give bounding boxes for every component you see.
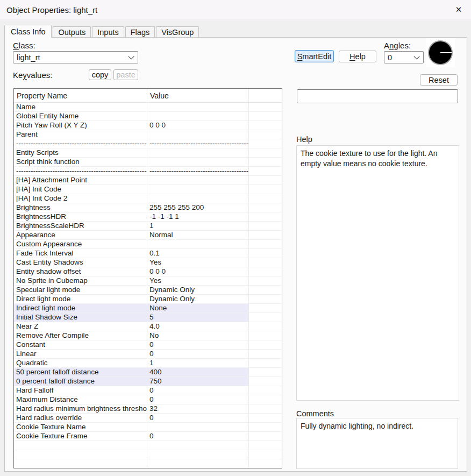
table-row[interactable]: Constant0 (14, 340, 282, 350)
table-row[interactable]: Fade Tick Interval0.1 (14, 249, 282, 258)
table-row[interactable]: Hard radius override0 (14, 414, 282, 423)
table-row[interactable]: Quadratic1 (14, 359, 282, 368)
table-row[interactable]: 50 percent falloff distance400 (14, 368, 282, 377)
property-extra-cell (249, 158, 282, 166)
table-row[interactable]: Global Entity Name (14, 112, 282, 121)
table-row[interactable] (14, 459, 282, 468)
table-row[interactable]: Script think function (14, 158, 282, 167)
tab-inputs[interactable]: Inputs (92, 26, 124, 38)
table-row[interactable]: Cast Entity ShadowsYes (14, 258, 282, 267)
table-row[interactable] (14, 441, 282, 450)
tab-label: VisGroup (161, 28, 194, 37)
comments-input[interactable]: Fully dynamic lighting, no indirect. (296, 418, 458, 469)
table-row[interactable]: Name (14, 103, 282, 112)
property-name-cell: Hard radius minimum brightness threshold (14, 404, 147, 413)
property-extra-cell (249, 240, 282, 248)
property-table: Property Name Value NameGlobal Entity Na… (13, 88, 282, 468)
property-value-cell (147, 459, 249, 468)
property-value-cell: 4.0 (147, 322, 249, 331)
property-name-cell: Script think function (14, 158, 147, 166)
property-value-cell: -1 -1 -1 1 (147, 212, 249, 221)
table-row[interactable]: AppearanceNormal (14, 231, 282, 240)
table-row[interactable]: Parent (14, 130, 282, 139)
property-value-cell: 0 (147, 414, 249, 422)
paste-button[interactable]: paste (113, 69, 138, 80)
tab-strip: Class InfoOutputsInputsFlagsVisGroup (4, 25, 200, 38)
table-row[interactable]: Remove After CompileNo (14, 331, 282, 340)
property-name-cell (14, 450, 147, 459)
table-row[interactable]: Direct light modeDynamic Only (14, 295, 282, 304)
table-row[interactable]: 0 percent falloff distance750 (14, 377, 282, 386)
table-row[interactable]: Entity Scripts (14, 148, 282, 158)
property-extra-cell (249, 359, 282, 367)
property-extra-cell (249, 286, 282, 294)
property-name-cell: Cast Entity Shadows (14, 258, 147, 267)
keyvalue-edit-input[interactable] (297, 89, 458, 103)
property-name-cell: BrightnessHDR (14, 212, 147, 221)
property-value-cell: 1 (147, 222, 249, 230)
table-row[interactable]: Hard radius minimum brightness threshold… (14, 404, 282, 414)
property-extra-cell (249, 441, 282, 450)
tab-label: Flags (131, 28, 149, 37)
copy-button[interactable]: copy (89, 69, 111, 80)
property-table-header: Property Name Value (14, 89, 282, 103)
angles-dropdown[interactable]: 0 (384, 51, 424, 63)
title-bar: Object Properties: light_rt ✕ (0, 0, 471, 19)
property-name-cell (14, 441, 147, 450)
class-dropdown[interactable]: light_rt (13, 51, 138, 63)
property-extra-cell (249, 295, 282, 303)
property-value-cell: 32 (147, 404, 249, 413)
property-extra-cell (249, 231, 282, 239)
smartedit-button[interactable]: SmartEdit (295, 50, 334, 62)
table-row[interactable]: [HA] Init Code (14, 185, 282, 194)
table-row[interactable]: Hard Falloff0 (14, 386, 282, 395)
close-icon[interactable]: ✕ (446, 0, 471, 19)
table-row[interactable]: BrightnessScaleHDR1 (14, 222, 282, 231)
help-button[interactable]: Help (339, 51, 376, 62)
property-name-cell: Specular light mode (14, 286, 147, 294)
angle-dial-circle[interactable] (428, 40, 453, 65)
property-name-cell: Near Z (14, 322, 147, 331)
property-name-cell: Name (14, 103, 147, 111)
table-row[interactable]: ----------------------------------------… (14, 167, 282, 176)
property-extra-cell (249, 203, 282, 212)
table-row[interactable]: [HA] Init Code 2 (14, 194, 282, 203)
table-row[interactable]: Maximum Distance0 (14, 395, 282, 404)
tab-class-info[interactable]: Class Info (4, 25, 52, 38)
table-row[interactable]: Cookie Texture Frame0 (14, 432, 282, 441)
tab-label: Class Info (11, 27, 45, 36)
property-extra-cell (249, 414, 282, 422)
property-value-cell (147, 194, 249, 203)
table-row[interactable]: Pitch Yaw Roll (X Y Z)0 0 0 (14, 121, 282, 130)
table-row[interactable]: Initial Shadow Size5 (14, 313, 282, 322)
property-value-cell: Dynamic Only (147, 286, 249, 294)
property-name-cell: Hard Falloff (14, 386, 147, 395)
table-row[interactable]: Custom Appearance (14, 240, 282, 249)
table-row[interactable]: Cookie Texture Name (14, 423, 282, 432)
tab-outputs[interactable]: Outputs (53, 26, 91, 38)
table-row[interactable]: Specular light modeDynamic Only (14, 286, 282, 295)
table-row[interactable]: Linear0 (14, 350, 282, 359)
table-row[interactable]: ----------------------------------------… (14, 139, 282, 148)
property-name-cell: Constant (14, 340, 147, 349)
property-extra-cell (249, 148, 282, 157)
tab-flags[interactable]: Flags (125, 26, 155, 38)
table-row[interactable] (14, 450, 282, 459)
table-row[interactable]: Brightness255 255 255 200 (14, 203, 282, 212)
table-row[interactable]: No Sprite in CubemapYes (14, 276, 282, 286)
table-row[interactable]: Near Z4.0 (14, 322, 282, 331)
header-extra (249, 89, 282, 102)
table-row[interactable]: [HA] Attachment Point (14, 176, 282, 185)
chevron-down-icon (413, 53, 419, 59)
tab-visgroup[interactable]: VisGroup (156, 26, 199, 38)
property-extra-cell (249, 130, 282, 139)
window-title: Object Properties: light_rt (0, 5, 97, 15)
angle-dial[interactable] (426, 38, 455, 67)
reset-button[interactable]: Reset (420, 74, 458, 86)
property-extra-cell (249, 450, 282, 459)
property-extra-cell (249, 377, 282, 386)
table-row[interactable]: Entity shadow offset0 0 0 (14, 267, 282, 276)
table-row[interactable]: Indirect light modeNone (14, 304, 282, 313)
property-value-cell (147, 112, 249, 120)
table-row[interactable]: BrightnessHDR-1 -1 -1 1 (14, 212, 282, 222)
